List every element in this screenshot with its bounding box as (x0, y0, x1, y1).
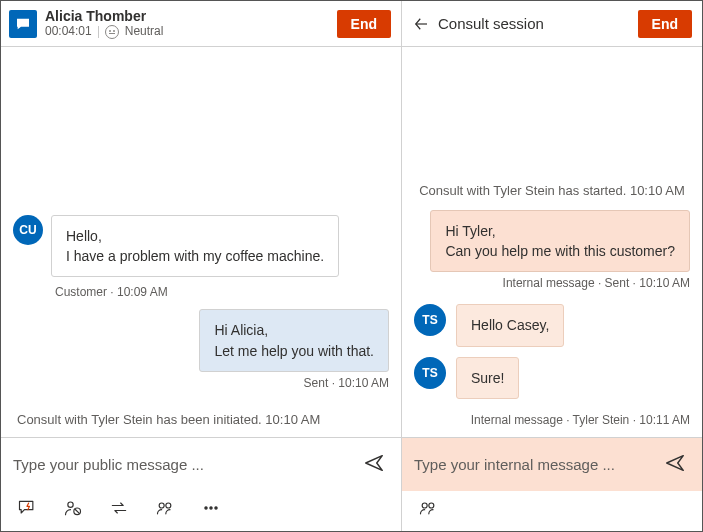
message-outbound: Hi Alicia, Let me help you with that. Se… (13, 309, 389, 400)
avatar: TS (414, 304, 446, 336)
consult-title: Consult session (438, 15, 544, 32)
send-button[interactable] (660, 448, 690, 481)
message-bubble: Hi Alicia, Let me help you with that. (199, 309, 389, 372)
session-timer: 00:04:01 (45, 25, 92, 39)
send-icon (664, 452, 686, 474)
message-bubble: Hello, I have a problem with my coffee m… (51, 215, 339, 278)
header-info: Alicia Thomber 00:04:01 Neutral (45, 8, 163, 38)
consult-button[interactable] (153, 496, 177, 523)
message-inbound: TS Hello Casey, (414, 304, 690, 346)
composer-toolbar (1, 491, 401, 531)
message-inbound: CU Hello, I have a problem with my coffe… (13, 215, 389, 278)
customer-name: Alicia Thomber (45, 8, 163, 24)
message-bubble: Hello Casey, (456, 304, 564, 346)
svg-point-3 (166, 503, 171, 508)
svg-point-8 (429, 503, 434, 508)
more-actions-button[interactable] (199, 496, 223, 523)
message-bubble: Hi Tyler, Can you help me with this cust… (430, 210, 690, 273)
system-message: Consult with Tyler Stein has started. 10… (414, 183, 690, 198)
add-person-button[interactable] (416, 496, 440, 523)
header-subline: 00:04:01 Neutral (45, 25, 163, 39)
sentiment-label: Neutral (125, 25, 164, 39)
person-cancel-icon (63, 498, 83, 518)
message-meta: Customer · 10:09 AM (55, 285, 389, 299)
back-arrow-icon (412, 15, 430, 33)
svg-point-0 (68, 502, 73, 507)
svg-point-7 (422, 503, 427, 508)
neutral-face-icon (105, 25, 119, 39)
svg-point-4 (205, 506, 207, 508)
block-user-button[interactable] (61, 496, 85, 523)
end-consult-button[interactable]: End (638, 10, 692, 38)
message-inbound: TS Sure! (414, 357, 690, 399)
message-bubble: Sure! (456, 357, 519, 399)
app-root: Alicia Thomber 00:04:01 Neutral End CU H… (1, 1, 702, 531)
ellipsis-icon (201, 498, 221, 518)
avatar: TS (414, 357, 446, 389)
send-button[interactable] (359, 448, 389, 481)
chat-icon (9, 10, 37, 38)
svg-point-5 (210, 506, 212, 508)
public-composer (1, 437, 401, 491)
people-icon (418, 498, 438, 518)
consult-panel: Consult session End Consult with Tyler S… (402, 1, 702, 531)
transfer-icon (109, 498, 129, 518)
public-message-input[interactable] (13, 456, 351, 473)
consult-header: Consult session End (402, 1, 702, 47)
message-meta: Internal message · Tyler Stein · 10:11 A… (414, 413, 690, 427)
message-meta: Internal message · Sent · 10:10 AM (503, 276, 690, 290)
consult-toolbar (402, 491, 702, 531)
quick-reply-icon (17, 498, 37, 518)
system-message: Consult with Tyler Stein has been initia… (17, 412, 389, 427)
message-meta: Sent · 10:10 AM (304, 376, 389, 390)
consult-conversation: Consult with Tyler Stein has started. 10… (402, 47, 702, 437)
people-icon (155, 498, 175, 518)
back-button[interactable] (410, 11, 436, 37)
svg-point-6 (215, 506, 217, 508)
divider-icon (98, 26, 99, 38)
send-icon (363, 452, 385, 474)
svg-point-2 (159, 503, 164, 508)
internal-message-input[interactable] (414, 456, 652, 473)
customer-conversation: CU Hello, I have a problem with my coffe… (1, 47, 401, 437)
internal-composer (402, 437, 702, 491)
customer-panel: Alicia Thomber 00:04:01 Neutral End CU H… (1, 1, 402, 531)
customer-header: Alicia Thomber 00:04:01 Neutral End (1, 1, 401, 47)
end-session-button[interactable]: End (337, 10, 391, 38)
quick-reply-button[interactable] (15, 496, 39, 523)
transfer-button[interactable] (107, 496, 131, 523)
avatar: CU (13, 215, 43, 245)
message-outbound: Hi Tyler, Can you help me with this cust… (414, 210, 690, 301)
